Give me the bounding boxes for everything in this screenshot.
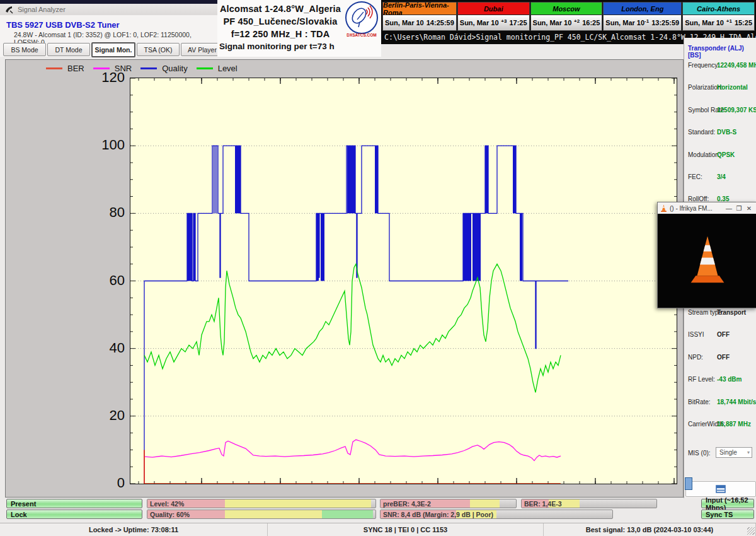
field-value: 18,744 Mbit/s — [717, 399, 756, 405]
field-value: 12249,458 MHz — [717, 62, 756, 69]
clock-berlin-paris-vienna-roma: Berlin-Paris-Vienna-RomaSun, Mar 1014:25… — [382, 2, 457, 31]
vlc-window[interactable]: () - Ifrikya FM... — ❐ ✕ — [657, 202, 756, 308]
y-axis-label-60: 60 — [87, 272, 125, 289]
clock-city: London, Eng — [604, 3, 681, 15]
session-header: Alcomsat 1-24.8°W_Algeria PF 450_Lučenec… — [217, 0, 381, 57]
legend-item-ber: BER — [46, 64, 84, 73]
progress-bar-label: BER: 1,4E-3 — [524, 499, 562, 508]
field-label-bitrate-: BitRate: — [688, 399, 711, 405]
transponder-title: Transponder (ALJ) [BS] — [688, 45, 756, 59]
world-clocks: Berlin-Paris-Vienna-RomaSun, Mar 1014:25… — [382, 2, 755, 31]
legend-label: Level — [218, 64, 238, 73]
logo-text: DXSATCS.COM — [343, 33, 380, 37]
field-label-npd-: NPD: — [688, 354, 703, 361]
clock-moscow: MoscowSun, Mar 10+216:25 — [530, 2, 603, 31]
status-bar: Locked -> Uptime: 73:08:11SYNC 18 | TEI … — [0, 523, 756, 536]
vlc-cone-logo — [687, 234, 728, 287]
clock-datetime: Sun, Mar 10+317:25 — [458, 15, 529, 30]
field-value: QPSK — [717, 151, 735, 158]
signal-analyzer-app: Signal Analyzer TBS 5927 USB DVB-S2 Tune… — [0, 0, 756, 536]
progress-bar-level: Level: 42% — [147, 499, 376, 508]
chevron-down-icon: ▾ — [747, 450, 750, 455]
clock-city: Berlin-Paris-Vienna-Roma — [383, 3, 456, 15]
statusbar-section-2: Best signal: 13,0 dB (2024-03-10 03:44) — [544, 523, 756, 536]
clock-london-eng: London, EngSun, Mar 10-113:25:59 — [603, 2, 682, 31]
vlc-video-area[interactable] — [658, 214, 756, 307]
app-icon — [5, 6, 13, 14]
signal-chart-frame: BERSNRQualityLevel 120100806040200 — [5, 59, 684, 498]
field-value: OFF — [717, 354, 730, 361]
header-line-satellite: Alcomsat 1-24.8°W_Algeria — [217, 4, 343, 14]
field-label-frequency-: Frequency: — [688, 62, 719, 69]
y-axis-label-40: 40 — [87, 340, 125, 356]
tab-dt-mode[interactable]: DT Mode — [47, 43, 90, 56]
clock-dubai: DubaiSun, Mar 10+317:25 — [457, 2, 530, 31]
progress-bar-quality: Quality: 60% — [147, 510, 376, 519]
field-value: 16,887 MHz — [717, 421, 751, 428]
field-value: OFF — [717, 331, 730, 338]
field-label-issyi: ISSYI — [688, 331, 704, 338]
y-axis-label-80: 80 — [87, 204, 125, 221]
vlc-title: () - Ifrikya FM... — [670, 205, 724, 212]
y-axis-label-20: 20 — [87, 407, 125, 424]
status-badge-present: Present — [6, 499, 142, 508]
progress-bar-ber: BER: 1,4E-3 — [521, 499, 657, 508]
legend-swatch — [140, 67, 157, 69]
mis-select[interactable]: Single ▾ — [716, 447, 752, 458]
legend-item-quality: Quality — [140, 64, 187, 73]
field-label-modulation-: Modulation: — [688, 151, 721, 158]
y-axis-label-0: 0 — [87, 475, 125, 491]
panel-button[interactable] — [685, 481, 756, 497]
legend-swatch — [46, 67, 62, 69]
header-line-frequency: f=12 250 MHz_H : TDA — [217, 29, 343, 39]
window-title: Signal Analyzer — [18, 6, 66, 13]
progress-bar-label: Quality: 60% — [150, 510, 190, 518]
scrollbar-thumb[interactable] — [685, 477, 692, 490]
signal-chart-plot[interactable] — [130, 78, 677, 484]
y-axis-label-100: 100 — [87, 137, 125, 153]
field-label-standard-: Standard: — [688, 129, 715, 136]
header-line-site: PF 450_Lučenec/Slovakia — [217, 16, 343, 26]
clock-datetime: Sun, Mar 10+216:25 — [531, 15, 602, 30]
series-quality — [144, 146, 568, 484]
status-badge-input: Input (~16,52 Mbps) — [701, 499, 754, 508]
clock-city: Moscow — [531, 3, 602, 15]
mis-value: Single — [719, 449, 737, 456]
clock-city: Cairo-Athens — [683, 3, 754, 15]
resize-grip[interactable] — [747, 527, 755, 535]
tab-bs-mode[interactable]: BS Mode — [3, 43, 46, 56]
vlc-cone-icon — [660, 204, 667, 212]
close-button[interactable]: ✕ — [744, 205, 754, 212]
clock-datetime: Sun, Mar 10-113:25:59 — [604, 15, 681, 30]
legend-label: BER — [67, 64, 84, 73]
tab-signal-mon-[interactable]: Signal Mon. — [91, 42, 135, 57]
tab-tsa-ok-[interactable]: TSA (OK) — [137, 43, 180, 56]
progress-bar-snr: SNR: 8,4 dB (Margin: 2,9 dB | Poor) — [380, 510, 613, 519]
mis-label: MIS (0): — [688, 450, 711, 457]
status-badge-lock: Lock — [6, 510, 142, 519]
dxsatcs-logo: DXSATCS.COM — [343, 1, 380, 39]
field-value: 3/4 — [717, 173, 726, 180]
satellite-dish-icon — [348, 4, 374, 30]
clock-city: Dubai — [458, 3, 529, 15]
field-value: DVB-S — [717, 129, 736, 136]
status-badge-syncts: Sync TS — [701, 510, 754, 519]
minimize-button[interactable]: — — [724, 205, 734, 212]
series-ber — [144, 450, 561, 484]
clock-datetime: Sun, Mar 10+115:25 — [683, 15, 754, 30]
maximize-button[interactable]: ❐ — [734, 205, 744, 212]
legend-item-level: Level — [197, 64, 238, 73]
mode-tabs: BS ModeDT ModeSignal Mon.TSA (OK)AV Play… — [3, 43, 224, 56]
progress-bar-preber: preBER: 4,3E-2 — [380, 499, 517, 508]
clock-datetime: Sun, Mar 1014:25:59 — [383, 15, 456, 30]
clock-cairo-athens: Cairo-AthensSun, Mar 10+115:25 — [682, 2, 755, 31]
progress-bar-label: preBER: 4,3E-2 — [383, 499, 431, 508]
chart-legend: BERSNRQualityLevel — [46, 62, 246, 74]
field-label-rf-level-: RF Level: — [688, 376, 715, 383]
statusbar-section-0: Locked -> Uptime: 73:08:11 — [0, 523, 268, 536]
field-value: -43 dBm — [717, 376, 742, 383]
statusbar-section-1: SYNC 18 | TEI 0 | CC 1153 — [268, 523, 544, 536]
vlc-title-bar[interactable]: () - Ifrikya FM... — ❐ ✕ — [658, 202, 756, 214]
field-value: Transport — [717, 309, 746, 316]
tuner-title: TBS 5927 USB DVB-S2 Tuner — [6, 20, 120, 30]
